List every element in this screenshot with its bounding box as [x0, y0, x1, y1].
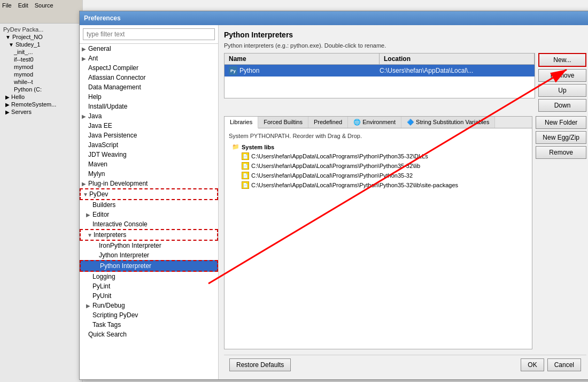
tabs-content: System PYTHONPATH. Reorder with Drag & D…	[225, 128, 532, 349]
expand-arrow	[82, 332, 88, 338]
tree-item-interpreters[interactable]: ▼ Interpreters	[80, 229, 218, 241]
tree-item-interactive-console[interactable]: Interactive Console	[80, 219, 218, 229]
path-icon: 📄	[242, 162, 249, 170]
expand-arrow	[86, 293, 92, 299]
tabs-container: Libraries Forced Builtins Predefined 🌐 E…	[224, 116, 532, 349]
tab-environment[interactable]: 🌐 Environment	[348, 117, 401, 128]
ide-iftest[interactable]: if--test0	[13, 56, 80, 63]
tree-item-pyunit[interactable]: PyUnit	[80, 291, 218, 301]
up-button[interactable]: Up	[538, 84, 586, 97]
tree-item-jython[interactable]: Jython Interpreter	[80, 250, 218, 260]
dialog-title: Preferences	[84, 14, 121, 22]
tree-item-run-debug[interactable]: ▶ Run/Debug	[80, 301, 218, 310]
tree-item-ironpython[interactable]: IronPython Interpreter	[80, 241, 218, 250]
menu-file[interactable]: File	[2, 2, 12, 9]
expand-arrow	[82, 94, 88, 100]
tree-item-builders[interactable]: Builders	[80, 200, 218, 210]
expand-arrow	[92, 243, 99, 249]
tree-item-plugin[interactable]: ▶ Plug-in Development	[80, 179, 218, 188]
ide-hello[interactable]: ▶ Hello	[4, 93, 80, 101]
expand-arrow	[86, 221, 92, 227]
tree-item-quick-search[interactable]: Quick Search	[80, 330, 218, 339]
menu-source[interactable]: Source	[35, 2, 53, 9]
ide-menu-bar: File Edit Source	[0, 0, 82, 11]
tree-item-data-mgmt[interactable]: Data Management	[80, 82, 218, 92]
table-row-python[interactable]: Py Python C:\Users\hefan\AppData\Local\.…	[225, 65, 535, 77]
ok-button[interactable]: OK	[521, 358, 544, 371]
tab-forced-builtins[interactable]: Forced Builtins	[258, 117, 308, 128]
ide-remotesystem[interactable]: ▶ RemoteSystem...	[4, 101, 80, 108]
new-folder-button[interactable]: New Folder	[536, 116, 586, 129]
tree-item-javaee[interactable]: Java EE	[80, 121, 218, 131]
tree-item-java-persistence[interactable]: Java Persistence	[80, 131, 218, 140]
down-button[interactable]: Down	[538, 99, 586, 112]
tab-predefined[interactable]: Predefined	[308, 117, 348, 128]
tree-item-logging[interactable]: Logging	[80, 272, 218, 281]
tree-item-javascript[interactable]: JavaScript	[80, 140, 218, 150]
tree-item-java[interactable]: ▶ Java	[80, 111, 218, 121]
ide-mymod2[interactable]: mymod	[13, 71, 80, 78]
new-button[interactable]: New...	[538, 53, 586, 67]
tree-item-ant[interactable]: ▶ Ant	[80, 54, 218, 63]
interpreter-buttons: New... Remove Up Down	[538, 53, 586, 112]
path-icon: 📄	[242, 172, 249, 179]
path-item-python35[interactable]: 📄 C:\Users\hefan\AppData\Local\Programs\…	[231, 171, 528, 180]
tree-item-mylyn[interactable]: Mylyn	[80, 169, 218, 179]
filter-input[interactable]	[83, 28, 215, 40]
tree-item-task-tags[interactable]: Task Tags	[80, 320, 218, 330]
expand-arrow	[82, 162, 88, 167]
expand-arrow: ▶	[82, 113, 88, 119]
expand-arrow: ▶	[82, 181, 88, 187]
remove-button[interactable]: Remove	[538, 69, 586, 82]
expand-arrow: ▶	[82, 46, 88, 52]
ide-project[interactable]: ▼ Project_NO	[4, 33, 80, 41]
tree-item-editor[interactable]: ▶ Editor	[80, 210, 218, 219]
expand-arrow	[86, 274, 92, 280]
ide-servers[interactable]: ▶ Servers	[4, 108, 80, 116]
ide-init[interactable]: _init_...	[13, 48, 80, 56]
new-egg-zip-button[interactable]: New Egg/Zip	[536, 131, 586, 144]
path-icon: 📄	[242, 181, 249, 189]
tree-item-atlassian[interactable]: Atlassian Connector	[80, 73, 218, 82]
tree-item-python-interp[interactable]: Python Interpreter	[80, 260, 218, 272]
tabs-header: Libraries Forced Builtins Predefined 🌐 E…	[225, 117, 532, 128]
tree-item-pydev[interactable]: ▼ PyDev	[80, 188, 218, 200]
tree-item-install[interactable]: Install/Update	[80, 102, 218, 111]
tab-string-substitution[interactable]: 🔷 String Substitution Variables	[401, 117, 495, 128]
tree-item-scripting[interactable]: Scripting PyDev	[80, 310, 218, 320]
interpreter-table-area: Name Location Py Python C:\Users\hefan\A…	[224, 53, 586, 112]
tree-item-aspectj[interactable]: AspectJ Compiler	[80, 63, 218, 73]
expand-arrow	[82, 85, 88, 90]
expand-arrow	[82, 142, 88, 148]
path-item-site-packages[interactable]: 📄 C:\Users\hefan\AppData\Local\Programs\…	[231, 180, 528, 190]
ide-studey[interactable]: ▼ Studey_1	[7, 41, 80, 48]
table-header: Name Location	[225, 54, 535, 65]
cell-name: Py Python	[229, 66, 380, 75]
tree-item-general[interactable]: ▶ General	[80, 44, 218, 54]
expand-arrow	[82, 152, 88, 158]
tree-item-help[interactable]: Help	[80, 92, 218, 102]
tree-item-maven[interactable]: Maven	[80, 159, 218, 169]
ide-mymod1[interactable]: mymod	[13, 63, 80, 71]
path-item-lib[interactable]: 📄 C:\Users\hefan\AppData\Local\Programs\…	[231, 161, 528, 171]
right-panel: Python Interpreters Python interpreters …	[219, 25, 588, 379]
path-tree: 📁 System libs 📄 C:\Users\hefan\AppData\L…	[229, 142, 528, 190]
ide-while[interactable]: while--t	[13, 78, 80, 86]
table-main: Name Location Py Python C:\Users\hefan\A…	[224, 53, 535, 112]
expand-arrow: ▼	[83, 192, 89, 197]
main-window: File Edit Source PyDev Packa... ▼ Projec…	[0, 0, 588, 382]
tree-item-pylint[interactable]: PyLint	[80, 281, 218, 291]
tab-remove-button[interactable]: Remove	[536, 146, 586, 159]
dialog-body: ▶ General ▶ Ant AspectJ Compiler	[80, 25, 588, 379]
tree-item-jdt[interactable]: JDT Weaving	[80, 150, 218, 159]
ide-packages-label: PyDev Packa...	[2, 26, 80, 33]
path-item-dlls[interactable]: 📄 C:\Users\hefan\AppData\Local\Programs\…	[231, 151, 528, 161]
expand-arrow	[82, 171, 88, 177]
path-icon: 📄	[242, 152, 249, 160]
expand-arrow	[82, 133, 88, 139]
cancel-button[interactable]: Cancel	[547, 358, 581, 371]
restore-defaults-button[interactable]: Restore Defaults	[229, 358, 291, 371]
ide-python[interactable]: Python (C:	[13, 86, 80, 93]
tab-libraries[interactable]: Libraries	[225, 117, 258, 128]
menu-edit[interactable]: Edit	[18, 2, 28, 9]
